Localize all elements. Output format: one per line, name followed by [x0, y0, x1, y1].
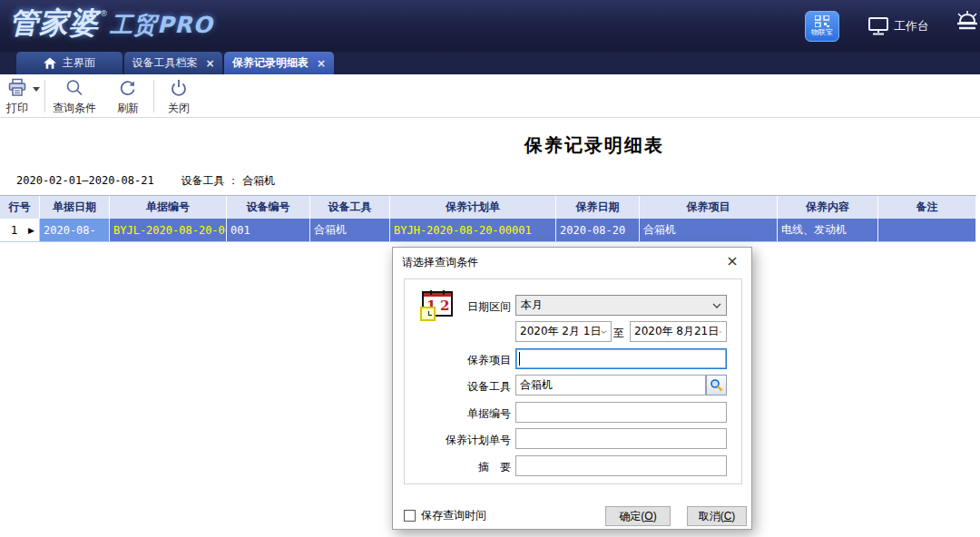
home-icon — [44, 57, 56, 69]
device-input[interactable] — [515, 375, 706, 395]
storefront-button[interactable] — [955, 11, 980, 42]
cancel-label-suffix: ) — [731, 510, 735, 522]
qr-code-icon — [815, 15, 829, 27]
date-to-select[interactable]: 2020年 8月21日 — [630, 321, 727, 342]
device-label: 设备工具 — [425, 379, 511, 395]
monitor-icon — [868, 17, 888, 35]
summary-input[interactable] — [515, 455, 727, 476]
date-range-label: 日期区间 — [425, 299, 511, 315]
report-device-filter: 设备工具 ： 合箱机 — [181, 174, 276, 187]
ok-label: 确定( — [619, 510, 644, 522]
cell-note — [878, 219, 976, 241]
close-view-button[interactable]: 关闭 — [162, 77, 196, 115]
toolbar: 打印 查询条件 刷新 — [0, 74, 980, 118]
col-header-maint-item[interactable]: 保养项目 — [640, 196, 778, 219]
app-logo: 管家婆 ® 工贸PRO — [9, 4, 213, 44]
lookup-magnifier-icon — [710, 378, 723, 392]
registered-mark: ® — [100, 4, 108, 18]
iot-badge-label: 物联宝 — [811, 28, 833, 36]
date-range-select[interactable]: 本月 — [515, 295, 727, 316]
refresh-label: 刷新 — [111, 101, 145, 116]
cancel-button[interactable]: 取消(C) — [687, 506, 747, 526]
app-window: 管家婆 ® 工贸PRO 物联宝 工 — [0, 0, 980, 537]
cell-device-no: 001 — [227, 219, 310, 241]
tab-label: 主界面 — [63, 55, 95, 71]
toolbar-separator — [44, 80, 45, 112]
tab-label: 设备工具档案 — [132, 55, 197, 71]
close-view-label: 关闭 — [162, 101, 196, 116]
col-header-doc-date[interactable]: 单据日期 — [40, 196, 110, 219]
print-dropdown-caret[interactable] — [33, 87, 40, 92]
query-conditions-dialog: 请选择查询条件 × 1 2 日期区间 本月 2020年 — [392, 247, 752, 530]
tab-device-archive[interactable]: 设备工具档案 × — [124, 52, 222, 74]
tab-maintenance-report[interactable]: 保养记录明细表 × — [224, 52, 334, 74]
cell-content: 电线、发动机 — [778, 219, 878, 241]
col-header-doc-no[interactable]: 单据编号 — [110, 196, 227, 219]
date-to-value: 2020年 8月21日 — [634, 324, 719, 339]
cell-doc-no: BYJL-2020-08-20-00001 — [110, 219, 227, 241]
col-header-content[interactable]: 保养内容 — [778, 196, 878, 219]
tab-main-screen[interactable]: 主界面 — [16, 52, 122, 74]
date-range-value: 本月 — [521, 298, 712, 313]
save-query-time-label: 保存查询时间 — [421, 508, 486, 523]
tab-close-icon[interactable]: × — [205, 57, 214, 70]
col-header-row-no[interactable]: 行号 — [0, 196, 40, 219]
query-conditions-label: 查询条件 — [51, 101, 98, 116]
plan-no-label: 保养计划单号 — [425, 433, 511, 448]
ok-mnemonic: O — [644, 510, 652, 522]
device-lookup-button[interactable] — [706, 375, 727, 395]
save-query-time-checkbox[interactable] — [404, 510, 416, 522]
maint-item-input[interactable] — [515, 348, 727, 369]
col-header-maint-date[interactable]: 保养日期 — [556, 196, 640, 219]
storefront-icon — [955, 11, 980, 38]
maint-item-label: 保养项目 — [425, 353, 511, 368]
tab-close-icon[interactable]: × — [317, 57, 326, 70]
report-filter-line: 2020-02-01—2020-08-21 设备工具 ： 合箱机 — [16, 173, 275, 189]
row-marker-icon: ▶ — [28, 226, 35, 235]
printer-icon — [7, 78, 27, 98]
dialog-close-icon[interactable]: × — [720, 250, 744, 272]
tab-bar: 主界面 设备工具档案 × 保养记录明细表 × — [0, 52, 980, 74]
chevron-down-icon — [712, 303, 721, 308]
iot-badge-button[interactable]: 物联宝 — [805, 11, 839, 42]
save-query-time-checkbox-row[interactable]: 保存查询时间 — [404, 508, 486, 523]
col-header-device-no[interactable]: 设备编号 — [227, 196, 310, 219]
ok-label-suffix: ) — [653, 510, 657, 522]
text-caret — [519, 352, 520, 366]
doc-no-label: 单据编号 — [425, 406, 511, 422]
date-from-select[interactable]: 2020年 2月 1日 — [515, 321, 612, 342]
brand-header: 管家婆 ® 工贸PRO 物联宝 工 — [0, 0, 980, 52]
power-icon — [169, 78, 189, 98]
chevron-down-icon — [601, 329, 607, 335]
dialog-title: 请选择查询条件 — [402, 255, 478, 270]
table-row[interactable]: 1 ▶ 2020-08- BYJL-2020-08-20-00001 001 合… — [0, 219, 976, 242]
col-header-note[interactable]: 备注 — [878, 196, 976, 219]
report-date-range: 2020-02-01—2020-08-21 — [16, 174, 154, 187]
ok-button[interactable]: 确定(O) — [605, 506, 671, 526]
cell-device: 合箱机 — [310, 219, 390, 241]
plan-no-input[interactable] — [515, 428, 727, 449]
grid-header-row: 行号 单据日期 单据编号 设备编号 设备工具 保养计划单 保养日期 保养项目 保… — [0, 196, 976, 219]
query-conditions-button[interactable]: 查询条件 — [51, 77, 98, 115]
cell-row-no: 1 ▶ — [0, 219, 40, 241]
cell-maint-date: 2020-08-20 — [556, 219, 640, 241]
refresh-icon — [118, 78, 138, 98]
maintenance-records-grid: 行号 单据日期 单据编号 设备编号 设备工具 保养计划单 保养日期 保养项目 保… — [0, 195, 976, 242]
doc-no-input[interactable] — [515, 402, 727, 423]
summary-label: 摘 要 — [425, 460, 511, 475]
refresh-button[interactable]: 刷新 — [111, 77, 145, 115]
print-button[interactable]: 打印 — [2, 77, 33, 115]
search-icon — [64, 78, 84, 98]
to-label: 至 — [613, 326, 624, 341]
dialog-titlebar[interactable]: 请选择查询条件 × — [393, 248, 751, 275]
row-number: 1 — [4, 224, 18, 237]
tab-label: 保养记录明细表 — [232, 55, 309, 71]
cell-plan-no: BYJH-2020-08-20-00001 — [390, 219, 556, 241]
cancel-label: 取消( — [699, 510, 724, 522]
col-header-plan-no[interactable]: 保养计划单 — [390, 196, 556, 219]
print-label: 打印 — [2, 101, 33, 116]
workbench-button[interactable]: 工作台 — [868, 17, 929, 35]
report-title: 保养记录明细表 — [209, 133, 980, 158]
col-header-device[interactable]: 设备工具 — [310, 196, 390, 219]
toolbar-separator — [153, 80, 154, 112]
